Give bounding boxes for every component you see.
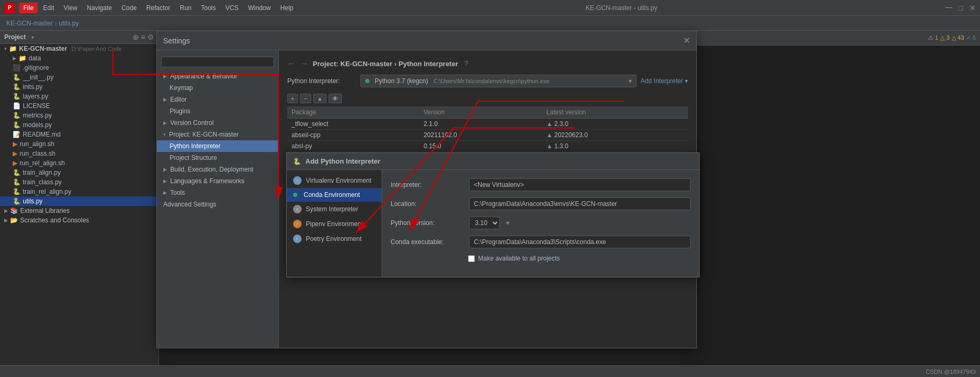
- tree-models[interactable]: 🐍 models.py: [0, 120, 158, 130]
- nav-appearance[interactable]: ▶ Appearance & Behavior: [157, 70, 278, 82]
- scratches-label: Scratches and Consoles: [20, 217, 89, 224]
- form-interp-input[interactable]: [469, 178, 691, 191]
- root-folder-icon: 📁: [9, 45, 17, 52]
- menu-tools[interactable]: Tools: [197, 3, 220, 13]
- tree-layers[interactable]: 🐍 layers.py: [0, 92, 158, 101]
- nav-build[interactable]: ▶ Build, Execution, Deployment: [157, 164, 278, 175]
- pkg-row-absl[interactable]: absl-py 0.15.0 ▲1.3.0: [287, 141, 688, 152]
- tree-license[interactable]: 📄 LICENSE: [0, 101, 158, 111]
- pkg-remove-btn[interactable]: −: [300, 94, 311, 103]
- tree-readme[interactable]: 📝 README.md: [0, 130, 158, 139]
- status-right: CSDN @18947943: [926, 369, 976, 375]
- nav-editor[interactable]: ▶ Editor: [157, 94, 278, 105]
- models-icon: 🐍: [13, 121, 21, 129]
- back-arrow[interactable]: ←: [287, 59, 296, 68]
- add-interpreter-btn[interactable]: Add Interpreter ▾: [641, 77, 688, 85]
- tree-train-align[interactable]: 🐍 train_align.py: [0, 168, 158, 177]
- nav-advanced[interactable]: Advanced Settings: [157, 199, 278, 210]
- data-folder-icon: 📁: [19, 55, 27, 62]
- tree-train-class[interactable]: 🐍 train_class.py: [0, 177, 158, 187]
- add-file-icon[interactable]: ⊕: [133, 33, 139, 41]
- popup-nav-pipenv[interactable]: P Pipenv Environment: [287, 217, 382, 231]
- settings-close-btn[interactable]: ✕: [683, 35, 690, 46]
- window-controls: ─ □ ✕: [946, 2, 976, 13]
- ext-libs-icon: 📚: [10, 207, 18, 214]
- tree-data[interactable]: ▶ 📁 data: [0, 53, 158, 63]
- tree-run-class[interactable]: ▶ run_class.sh: [0, 149, 158, 158]
- nav-plugins[interactable]: Plugins: [157, 105, 278, 117]
- pkg-row-abseil[interactable]: abseil-cpp 20211102.0 ▲20220623.0: [287, 130, 688, 141]
- menu-run[interactable]: Run: [175, 3, 196, 13]
- pkg-ver-tflow: 2.1.0: [419, 119, 542, 130]
- popup-nav-virtualenv[interactable]: V Virtualenv Environment: [287, 173, 382, 188]
- section-header: ← → Project: KE-GCN-master › Python Inte…: [287, 59, 688, 68]
- pkg-row-tflow[interactable]: _tflow_select 2.1.0 ▲2.3.0: [287, 119, 688, 130]
- interpreter-dropdown[interactable]: Python 3.7 (kegcn) C:\Users\Mr.fa\conda\…: [360, 75, 637, 87]
- pkg-add-btn[interactable]: +: [287, 94, 298, 103]
- form-interp-label: Interpreter:: [391, 181, 465, 188]
- nav-vcs[interactable]: ▶ Version Control: [157, 117, 278, 129]
- nav-keymap[interactable]: Keymap: [157, 82, 278, 94]
- tree-gitignore[interactable]: ⬛ .gitignore: [0, 63, 158, 73]
- tree-init[interactable]: 🐍 __init__.py: [0, 73, 158, 82]
- popup-nav-conda[interactable]: Conda Environment: [287, 188, 382, 202]
- interp-name: Python 3.7 (kegcn): [375, 77, 428, 85]
- form-conda-input[interactable]: [469, 236, 691, 248]
- tree-metrics[interactable]: 🐍 metrics.py: [0, 111, 158, 120]
- menu-edit[interactable]: Edit: [39, 3, 58, 13]
- menu-vcs[interactable]: VCS: [221, 3, 243, 13]
- pkg-upgrade-btn[interactable]: ▲: [313, 94, 326, 103]
- minimize-btn[interactable]: ─: [946, 2, 952, 13]
- form-pyver-select[interactable]: 3.10 3.9 3.8 3.7: [469, 217, 500, 229]
- menu-window[interactable]: Window: [244, 3, 275, 13]
- panel-icons: ⊕ ≡ ⚙: [133, 33, 154, 41]
- nav-languages[interactable]: ▶ Languages & Frameworks: [157, 175, 278, 187]
- nav-appearance-expand: ▶: [163, 74, 167, 79]
- collapse-icon[interactable]: ≡: [141, 33, 145, 41]
- tree-utils[interactable]: 🐍 utils.py: [0, 196, 158, 206]
- form-make-available-checkbox[interactable]: [468, 255, 475, 262]
- help-icon[interactable]: ?: [465, 60, 469, 67]
- maximize-btn[interactable]: □: [959, 4, 963, 12]
- form-location-input[interactable]: [469, 198, 691, 210]
- menu-help[interactable]: Help: [276, 3, 298, 13]
- breadcrumb-project[interactable]: KE-GCN-master: [6, 20, 52, 27]
- nav-advanced-label: Advanced Settings: [163, 201, 216, 208]
- menu-code[interactable]: Code: [117, 3, 141, 13]
- nav-project-structure[interactable]: Project Structure: [157, 152, 278, 164]
- tree-root[interactable]: ▾ 📁 KE-GCN-master D:\Paper And Code: [0, 44, 158, 53]
- run-rel-icon: ▶: [13, 159, 17, 167]
- up-arrow-absl-icon: ▲: [546, 142, 553, 150]
- window-title: KE-GCN-master - utils.py: [297, 4, 945, 12]
- tree-run-align[interactable]: ▶ run_align.sh: [0, 139, 158, 149]
- nav-project[interactable]: ▾ Project: KE-GCN-master: [157, 129, 278, 140]
- tree-scratches[interactable]: ▶ 📂 Scratches and Consoles: [0, 216, 158, 225]
- settings-icon[interactable]: ⚙: [147, 33, 154, 41]
- tree-run-rel[interactable]: ▶ run_rel_align.sh: [0, 158, 158, 168]
- close-btn[interactable]: ✕: [969, 4, 976, 12]
- popup-nav-poetry[interactable]: P Poetry Environment: [287, 231, 382, 246]
- menu-view[interactable]: View: [59, 3, 82, 13]
- popup-nav-system[interactable]: S System Interpreter: [287, 202, 382, 217]
- tree-inits[interactable]: 🐍 inits.py: [0, 82, 158, 92]
- pkg-name-tflow: _tflow_select: [287, 119, 419, 130]
- nav-tools[interactable]: ▶ Tools: [157, 187, 278, 199]
- menu-navigate[interactable]: Navigate: [83, 3, 116, 13]
- train-rel-icon: 🐍: [13, 188, 21, 195]
- tree-ext-libs[interactable]: ▶ 📚 External Libraries: [0, 206, 158, 216]
- scratches-icon: 📂: [10, 217, 18, 224]
- breadcrumb: KE-GCN-master › utils.py: [6, 20, 79, 27]
- init-icon: 🐍: [13, 74, 21, 81]
- forward-arrow[interactable]: →: [300, 59, 308, 68]
- settings-search[interactable]: [161, 57, 274, 67]
- pkg-eye-btn[interactable]: 👁: [329, 94, 342, 103]
- nav-python-interpreter[interactable]: Python Interpreter: [157, 140, 278, 152]
- breadcrumb-file[interactable]: utils.py: [59, 20, 78, 27]
- menu-file[interactable]: File: [19, 3, 38, 13]
- nav-lang-label: Languages & Frameworks: [170, 177, 244, 185]
- section-title: Project: KE-GCN-master › Python Interpre…: [313, 60, 458, 68]
- tree-train-rel[interactable]: 🐍 train_rel_align.py: [0, 187, 158, 196]
- nav-vcs-expand: ▶: [163, 120, 167, 125]
- menu-refactor[interactable]: Refactor: [142, 3, 174, 13]
- data-label: data: [29, 55, 41, 62]
